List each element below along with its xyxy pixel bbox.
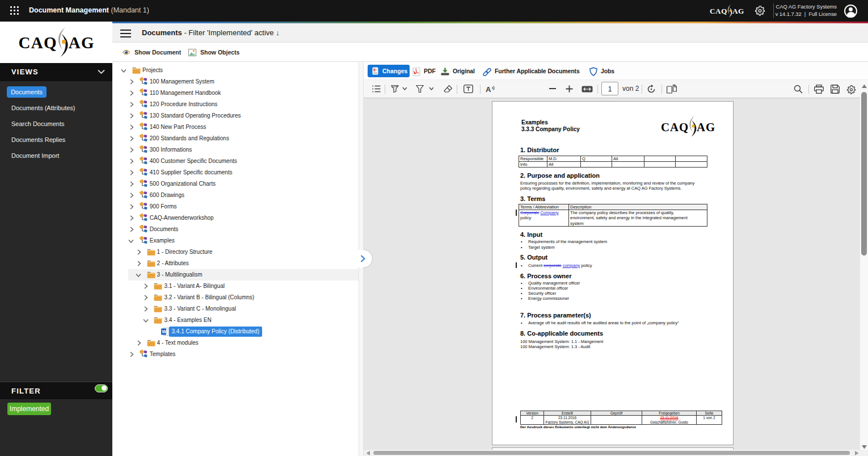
svg-text:A: A [486, 85, 491, 94]
